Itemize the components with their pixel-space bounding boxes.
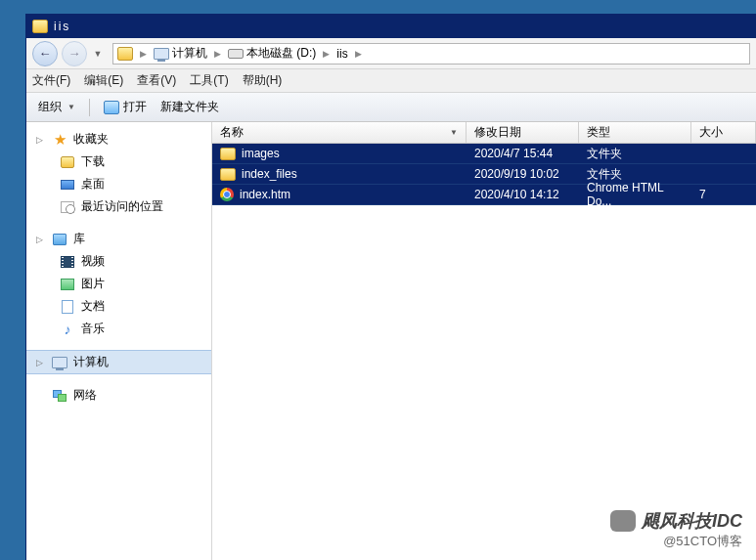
- file-date: 2020/9/19 10:02: [467, 167, 579, 181]
- sidebar-downloads[interactable]: 下载: [26, 151, 211, 173]
- music-icon: ♪: [60, 322, 75, 337]
- open-icon: [104, 101, 119, 114]
- library-icon: [53, 234, 67, 245]
- folder-icon: [117, 47, 133, 61]
- menu-help[interactable]: 帮助(H): [243, 72, 283, 89]
- file-name: images: [242, 147, 280, 160]
- back-button[interactable]: ←: [32, 41, 58, 66]
- open-button[interactable]: 打开: [100, 97, 151, 117]
- chrome-icon: [220, 188, 234, 201]
- menu-bar: 文件(F) 编辑(E) 查看(V) 工具(T) 帮助(H): [26, 69, 756, 93]
- file-type: 文件夹: [579, 146, 691, 162]
- sidebar-documents[interactable]: 文档: [26, 295, 211, 318]
- explorer-window: iis ← → ▼ ▶ 计算机 ▶ 本地磁盘 (D:) ▶ iis ▶ 文件(F…: [25, 14, 756, 560]
- picture-icon: [61, 279, 74, 290]
- file-row[interactable]: index.htm2020/4/10 14:12Chrome HTML Do..…: [212, 185, 756, 205]
- column-type[interactable]: 类型: [579, 122, 691, 143]
- sidebar-music[interactable]: ♪ 音乐: [26, 318, 211, 340]
- file-name: index.htm: [240, 188, 290, 201]
- folder-icon: [61, 156, 74, 168]
- star-icon: ★: [52, 132, 67, 148]
- file-list-pane: 名称▼ 修改日期 类型 大小 images2020/4/7 15:44文件夹in…: [212, 122, 756, 560]
- titlebar[interactable]: iis: [26, 15, 756, 38]
- chevron-right-icon[interactable]: ▶: [320, 49, 333, 59]
- file-date: 2020/4/10 14:12: [467, 188, 579, 201]
- menu-edit[interactable]: 编辑(E): [84, 72, 123, 89]
- chevron-right-icon[interactable]: ▶: [352, 49, 365, 59]
- file-type: 文件夹: [579, 166, 691, 183]
- network-icon: [53, 390, 67, 402]
- sidebar-favorites[interactable]: ▷ ★ 收藏夹: [26, 128, 211, 151]
- address-bar[interactable]: ▶ 计算机 ▶ 本地磁盘 (D:) ▶ iis ▶: [112, 43, 750, 65]
- sidebar-desktop[interactable]: 桌面: [26, 173, 211, 195]
- drive-icon: [228, 49, 244, 59]
- sidebar-network[interactable]: ▷ 网络: [26, 384, 211, 407]
- file-list[interactable]: images2020/4/7 15:44文件夹index_files2020/9…: [212, 144, 756, 560]
- expand-icon: ▷: [36, 235, 46, 244]
- file-size: 7: [691, 188, 756, 201]
- breadcrumb-drive[interactable]: 本地磁盘 (D:): [228, 45, 316, 62]
- expand-icon: ▷: [36, 135, 46, 145]
- organize-button[interactable]: 组织▼: [34, 97, 79, 117]
- column-headers: 名称▼ 修改日期 类型 大小: [212, 122, 756, 144]
- sidebar-pictures[interactable]: 图片: [26, 273, 211, 295]
- recent-icon: [61, 201, 74, 213]
- column-size[interactable]: 大小: [691, 122, 756, 143]
- command-bar: 组织▼ 打开 新建文件夹: [26, 93, 756, 122]
- folder-icon: [220, 148, 236, 160]
- content-area: ▷ ★ 收藏夹 下载 桌面 最近访问的位置: [26, 122, 756, 560]
- file-row[interactable]: images2020/4/7 15:44文件夹: [212, 144, 756, 164]
- file-name: index_files: [242, 167, 297, 181]
- column-date[interactable]: 修改日期: [467, 122, 579, 143]
- chevron-right-icon[interactable]: ▶: [137, 49, 150, 59]
- file-type: Chrome HTML Do...: [579, 181, 691, 208]
- navigation-pane: ▷ ★ 收藏夹 下载 桌面 最近访问的位置: [26, 122, 212, 560]
- history-dropdown[interactable]: ▼: [91, 44, 105, 64]
- desktop-icon: [61, 180, 74, 190]
- breadcrumb-computer[interactable]: 计算机: [154, 45, 207, 62]
- menu-view[interactable]: 查看(V): [137, 72, 176, 89]
- separator: [89, 99, 90, 116]
- breadcrumb-folder[interactable]: iis: [336, 47, 347, 61]
- sidebar-computer[interactable]: ▷ 计算机: [26, 350, 211, 374]
- window-title: iis: [54, 20, 70, 33]
- sidebar-libraries[interactable]: ▷ 库: [26, 228, 211, 250]
- menu-tools[interactable]: 工具(T): [190, 72, 228, 89]
- document-icon: [62, 300, 73, 314]
- new-folder-button[interactable]: 新建文件夹: [156, 97, 223, 117]
- folder-icon: [32, 20, 48, 33]
- sidebar-videos[interactable]: 视频: [26, 250, 211, 273]
- expand-icon: ▷: [36, 358, 46, 367]
- nav-toolbar: ← → ▼ ▶ 计算机 ▶ 本地磁盘 (D:) ▶ iis ▶: [26, 38, 756, 69]
- video-icon: [61, 256, 74, 268]
- folder-icon: [220, 168, 236, 181]
- column-name[interactable]: 名称▼: [212, 122, 467, 143]
- computer-icon: [154, 48, 169, 60]
- menu-file[interactable]: 文件(F): [32, 72, 70, 89]
- computer-icon: [52, 357, 67, 368]
- chevron-right-icon[interactable]: ▶: [211, 49, 224, 59]
- forward-button[interactable]: →: [62, 41, 87, 66]
- file-date: 2020/4/7 15:44: [467, 147, 579, 160]
- sidebar-recent[interactable]: 最近访问的位置: [26, 195, 211, 218]
